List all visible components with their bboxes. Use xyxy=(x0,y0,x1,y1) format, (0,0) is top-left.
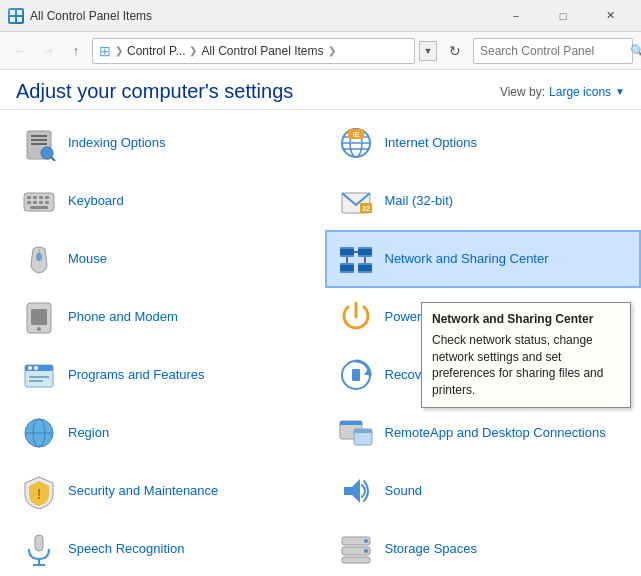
page-title: Adjust your computer's settings xyxy=(16,80,293,103)
window-controls: − □ ✕ xyxy=(493,0,633,32)
address-path[interactable]: ⊞ ❯ Control P... ❯ All Control Panel Ite… xyxy=(92,38,415,64)
svg-rect-59 xyxy=(340,421,362,425)
svg-text:IE: IE xyxy=(352,131,359,138)
item-label-programs-features: Programs and Features xyxy=(68,367,205,384)
svg-point-48 xyxy=(28,366,32,370)
grid-item-security-maintenance[interactable]: !Security and Maintenance xyxy=(8,462,325,520)
grid-item-network-sharing[interactable]: Network and Sharing Center xyxy=(325,230,642,288)
power-icon xyxy=(337,298,375,336)
svg-rect-19 xyxy=(33,196,37,199)
item-label-region: Region xyxy=(68,425,109,442)
grid-item-mouse[interactable]: Mouse xyxy=(8,230,325,288)
view-by-value[interactable]: Large icons xyxy=(549,85,611,99)
grid-item-keyboard[interactable]: Keyboard xyxy=(8,172,325,230)
keyboard-icon xyxy=(20,182,58,220)
item-label-sound: Sound xyxy=(385,483,423,500)
indexing-icon xyxy=(20,124,58,162)
item-label-internet-options: Internet Options xyxy=(385,135,478,152)
svg-rect-64 xyxy=(35,535,43,551)
grid-item-remoteapp[interactable]: RemoteApp and Desktop Connections xyxy=(325,404,642,462)
svg-rect-51 xyxy=(29,380,43,382)
tooltip-body: Check network status, change network set… xyxy=(432,332,620,399)
maximize-button[interactable]: □ xyxy=(540,0,586,32)
forward-button[interactable]: → xyxy=(36,39,60,63)
phone-icon xyxy=(20,298,58,336)
grid-item-programs-features[interactable]: Programs and Features xyxy=(8,346,325,404)
svg-point-49 xyxy=(34,366,38,370)
items-container: Indexing OptionsIEInternet OptionsKeyboa… xyxy=(0,110,641,576)
window-title: All Control Panel Items xyxy=(30,9,493,23)
page-header: Adjust your computer's settings View by:… xyxy=(0,70,641,110)
grid-item-storage-spaces[interactable]: Storage Spaces xyxy=(325,520,642,576)
view-by-arrow-icon[interactable]: ▼ xyxy=(615,86,625,97)
breadcrumb-icon: ⊞ xyxy=(99,43,111,59)
remoteapp-icon xyxy=(337,414,375,452)
svg-point-70 xyxy=(364,539,368,543)
grid-item-indexing-options[interactable]: Indexing Options xyxy=(8,114,325,172)
refresh-button[interactable]: ↻ xyxy=(441,38,469,64)
address-dropdown[interactable]: ▼ xyxy=(419,41,437,61)
svg-point-31 xyxy=(36,253,42,261)
tooltip-title: Network and Sharing Center xyxy=(432,311,620,328)
network-icon xyxy=(337,240,375,278)
grid-item-region[interactable]: Region xyxy=(8,404,325,462)
speech-icon xyxy=(20,530,58,568)
address-bar: ← → ↑ ⊞ ❯ Control P... ❯ All Control Pan… xyxy=(0,32,641,70)
grid-item-internet-options[interactable]: IEInternet Options xyxy=(325,114,642,172)
grid-item-speech-recognition[interactable]: Speech Recognition xyxy=(8,520,325,576)
svg-rect-0 xyxy=(10,10,15,15)
programs-icon xyxy=(20,356,58,394)
recovery-icon xyxy=(337,356,375,394)
view-by-control: View by: Large icons ▼ xyxy=(500,85,625,99)
svg-rect-6 xyxy=(31,139,47,141)
search-icon[interactable]: 🔍 xyxy=(630,44,641,58)
svg-rect-41 xyxy=(358,265,372,271)
content-area: Adjust your computer's settings View by:… xyxy=(0,70,641,576)
svg-rect-44 xyxy=(31,309,47,325)
sound-icon xyxy=(337,472,375,510)
svg-point-45 xyxy=(37,327,41,331)
grid-item-mail-32bit[interactable]: 32Mail (32-bit) xyxy=(325,172,642,230)
item-label-mouse: Mouse xyxy=(68,251,107,268)
svg-rect-2 xyxy=(10,17,15,22)
mail-icon: 32 xyxy=(337,182,375,220)
svg-line-9 xyxy=(51,157,55,161)
svg-rect-5 xyxy=(31,135,47,137)
search-input[interactable] xyxy=(480,44,630,58)
item-label-keyboard: Keyboard xyxy=(68,193,124,210)
svg-rect-21 xyxy=(45,196,49,199)
region-icon xyxy=(20,414,58,452)
internet-icon: IE xyxy=(337,124,375,162)
grid-item-phone-modem[interactable]: Phone and Modem xyxy=(8,288,325,346)
mouse-icon xyxy=(20,240,58,278)
view-by-label: View by: xyxy=(500,85,545,99)
item-label-speech-recognition: Speech Recognition xyxy=(68,541,184,558)
search-box: 🔍 xyxy=(473,38,633,64)
svg-rect-20 xyxy=(39,196,43,199)
item-label-network-sharing: Network and Sharing Center xyxy=(385,251,549,268)
svg-rect-22 xyxy=(27,201,31,204)
item-label-mail-32bit: Mail (32-bit) xyxy=(385,193,454,210)
svg-rect-24 xyxy=(39,201,43,204)
svg-text:32: 32 xyxy=(362,205,370,212)
breadcrumb-current[interactable]: All Control Panel Items xyxy=(201,44,323,58)
title-bar: All Control Panel Items − □ ✕ xyxy=(0,0,641,32)
svg-rect-33 xyxy=(340,249,354,255)
svg-rect-38 xyxy=(340,265,354,271)
grid-item-sound[interactable]: Sound xyxy=(325,462,642,520)
svg-marker-63 xyxy=(344,479,360,503)
app-icon xyxy=(8,8,24,24)
close-button[interactable]: ✕ xyxy=(587,0,633,32)
svg-rect-23 xyxy=(33,201,37,204)
svg-rect-1 xyxy=(17,10,22,15)
up-button[interactable]: ↑ xyxy=(64,39,88,63)
minimize-button[interactable]: − xyxy=(493,0,539,32)
item-label-indexing-options: Indexing Options xyxy=(68,135,166,152)
breadcrumb-control-panel[interactable]: Control P... xyxy=(127,44,185,58)
item-label-phone-modem: Phone and Modem xyxy=(68,309,178,326)
svg-rect-18 xyxy=(27,196,31,199)
svg-rect-26 xyxy=(30,206,48,209)
svg-rect-25 xyxy=(45,201,49,204)
svg-point-71 xyxy=(364,549,368,553)
back-button[interactable]: ← xyxy=(8,39,32,63)
